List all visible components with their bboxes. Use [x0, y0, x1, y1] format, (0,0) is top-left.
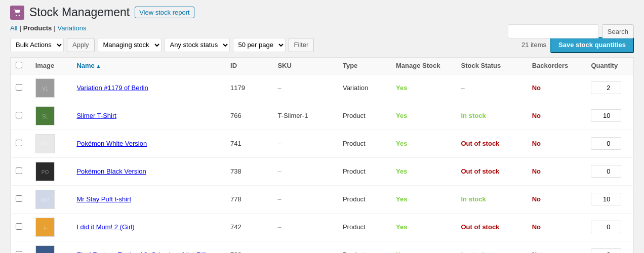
quantity-input[interactable]: [591, 81, 621, 94]
table-row: PO Pokémon White Version 741 – Product Y…: [11, 130, 634, 157]
product-name-link[interactable]: Variation #1179 of Berlin: [76, 84, 148, 92]
row-sku-cell: –: [272, 130, 337, 157]
managing-stock-select[interactable]: Managing stock: [98, 38, 162, 52]
row-name-cell: Slimer T-Shirt: [71, 102, 225, 130]
view-stock-report-link[interactable]: View stock report: [135, 7, 194, 18]
row-id-cell: 778: [225, 185, 272, 213]
svg-point-0: [16, 15, 17, 16]
product-name-link[interactable]: Pokémon White Version: [76, 140, 147, 147]
row-manage-stock-cell: Yes: [391, 157, 456, 185]
row-stock-status-cell: In stock: [456, 185, 527, 213]
row-id-cell: 742: [225, 213, 272, 241]
row-image-cell: V1: [30, 74, 72, 102]
nav-all[interactable]: All: [10, 24, 17, 32]
row-image-cell: I-: [30, 213, 72, 241]
product-name-link[interactable]: I did it Mum! 2 (Girl): [76, 223, 134, 231]
row-type-cell: Product: [338, 157, 391, 185]
quantity-input[interactable]: [591, 248, 621, 253]
search-input[interactable]: [508, 24, 599, 38]
row-checkbox[interactable]: [16, 112, 22, 118]
quantity-input[interactable]: [591, 137, 621, 150]
row-name-cell: Final Fantasy Tactics A2: Grimoire of th…: [71, 241, 225, 253]
table-row: FI Final Fantasy Tactics A2: Grimoire of…: [11, 241, 634, 253]
row-checkbox-cell: [11, 213, 30, 241]
row-checkbox-cell: [11, 241, 30, 253]
svg-text:MR: MR: [41, 197, 49, 203]
row-checkbox[interactable]: [16, 140, 22, 146]
filter-button[interactable]: Filter: [289, 38, 314, 52]
row-checkbox[interactable]: [16, 251, 22, 253]
row-sku-cell: T-Slimer-1: [272, 102, 337, 130]
row-name-cell: Mr Stay Puft t-shirt: [71, 185, 225, 213]
stock-status-header: Stock Status: [456, 57, 527, 74]
row-name-cell: I did it Mum! 2 (Girl): [71, 213, 225, 241]
row-backorders-cell: No: [527, 74, 586, 102]
row-checkbox-cell: [11, 102, 30, 130]
table-row: V1 Variation #1179 of Berlin 1179 – Vari…: [11, 74, 634, 102]
row-quantity-cell: [586, 241, 633, 253]
nav-variations[interactable]: Variations: [58, 24, 87, 32]
row-backorders-cell: No: [527, 157, 586, 185]
quantity-input[interactable]: [591, 221, 621, 233]
save-stock-quantities-button[interactable]: Save stock quantities: [550, 37, 634, 53]
row-id-cell: 738: [225, 157, 272, 185]
product-name-link[interactable]: Mr Stay Puft t-shirt: [76, 195, 131, 203]
stock-status-select[interactable]: Any stock status: [165, 38, 230, 52]
svg-text:I-: I-: [44, 225, 47, 231]
row-quantity-cell: [586, 130, 633, 157]
nav-products[interactable]: Products: [23, 24, 52, 32]
product-thumb: FI: [35, 245, 55, 253]
row-checkbox-cell: [11, 74, 30, 102]
svg-text:PO: PO: [41, 142, 49, 147]
row-manage-stock-cell: Yes: [391, 130, 456, 157]
select-all-checkbox[interactable]: [16, 62, 22, 68]
per-page-select[interactable]: 50 per page: [233, 38, 286, 52]
row-type-cell: Product: [338, 185, 391, 213]
product-name-link[interactable]: Slimer T-Shirt: [76, 112, 116, 119]
table-row: MR Mr Stay Puft t-shirt 778 – Product Ye…: [11, 185, 634, 213]
row-quantity-cell: [586, 157, 633, 185]
name-sort-link[interactable]: Name: [76, 62, 101, 69]
toolbar: Bulk Actions Apply Managing stock Any st…: [10, 37, 634, 53]
sku-header: SKU: [272, 57, 337, 74]
row-manage-stock-cell: Yes: [391, 213, 456, 241]
quantity-input[interactable]: [591, 165, 621, 178]
row-backorders-cell: No: [527, 102, 586, 130]
row-image-cell: FI: [30, 241, 72, 253]
quantity-input[interactable]: [591, 109, 621, 122]
row-image-cell: PO: [30, 130, 72, 157]
row-stock-status-cell: –: [456, 74, 527, 102]
table-row: PO Pokémon Black Version 738 – Product Y…: [11, 157, 634, 185]
product-name-link[interactable]: Final Fantasy Tactics A2: Grimoire of th…: [76, 251, 206, 253]
row-sku-cell: –: [272, 74, 337, 102]
select-all-header: [11, 57, 30, 74]
svg-text:PO: PO: [41, 170, 49, 175]
image-header: Image: [30, 57, 72, 74]
bulk-actions-select[interactable]: Bulk Actions: [10, 38, 64, 52]
row-manage-stock-cell: Yes: [391, 74, 456, 102]
apply-button[interactable]: Apply: [67, 38, 95, 52]
row-type-cell: Variation: [338, 74, 391, 102]
row-checkbox[interactable]: [16, 84, 22, 91]
row-image-cell: SL: [30, 102, 72, 130]
search-button[interactable]: Search: [602, 24, 634, 38]
manage-stock-header: Manage Stock: [391, 57, 456, 74]
product-name-link[interactable]: Pokémon Black Version: [76, 167, 146, 175]
row-quantity-cell: [586, 102, 633, 130]
row-checkbox[interactable]: [16, 167, 22, 174]
row-name-cell: Variation #1179 of Berlin: [71, 74, 225, 102]
product-thumb: PO: [35, 162, 55, 181]
name-header: Name: [71, 57, 225, 74]
quantity-input[interactable]: [591, 193, 621, 205]
row-manage-stock-cell: Yes: [391, 102, 456, 130]
svg-rect-14: [37, 247, 53, 253]
row-image-cell: PO: [30, 157, 72, 185]
row-sku-cell: –: [272, 185, 337, 213]
row-type-cell: Product: [338, 241, 391, 253]
row-checkbox[interactable]: [16, 195, 22, 202]
row-quantity-cell: [586, 213, 633, 241]
row-id-cell: 766: [225, 102, 272, 130]
row-checkbox[interactable]: [16, 223, 22, 230]
row-stock-status-cell: Out of stock: [456, 157, 527, 185]
row-stock-status-cell: Out of stock: [456, 213, 527, 241]
